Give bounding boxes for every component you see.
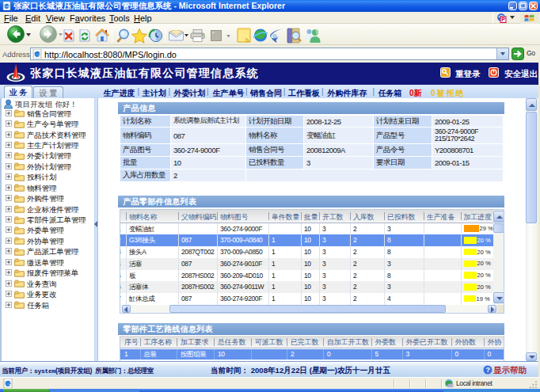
svg-text:P: P <box>501 17 505 22</box>
svg-text:?: ? <box>485 366 489 374</box>
